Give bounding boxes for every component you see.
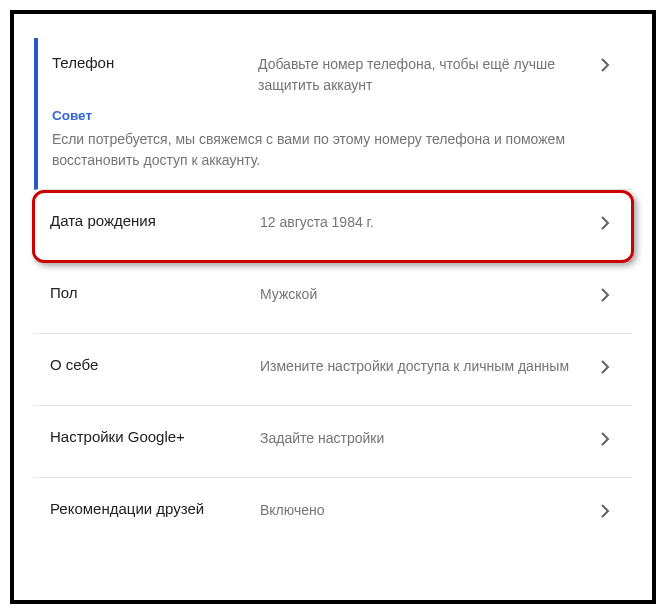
phone-desc: Добавьте номер телефона, чтобы ещё лучше… [258, 52, 596, 96]
friends-row[interactable]: Рекомендации друзей Включено [34, 478, 632, 550]
gender-title: Пол [50, 282, 260, 301]
settings-list: Телефон Добавьте номер телефона, чтобы е… [34, 38, 632, 550]
phone-title: Телефон [52, 52, 258, 71]
tip-label: Совет [52, 108, 614, 123]
chevron-right-icon [596, 498, 614, 518]
chevron-right-icon [596, 282, 614, 302]
about-title: О себе [50, 354, 260, 373]
chevron-right-icon [596, 210, 614, 230]
gplus-title: Настройки Google+ [50, 426, 260, 445]
gplus-value: Задайте настройки [260, 426, 596, 449]
phone-row-top: Телефон Добавьте номер телефона, чтобы е… [52, 52, 614, 96]
tip-text: Если потребуется, мы свяжемся с вами по … [52, 129, 614, 171]
birthday-title: Дата рождения [50, 210, 260, 229]
birthday-value: 12 августа 1984 г. [260, 210, 596, 233]
phone-row[interactable]: Телефон Добавьте номер телефона, чтобы е… [34, 38, 632, 190]
gplus-row[interactable]: Настройки Google+ Задайте настройки [34, 406, 632, 478]
chevron-right-icon [596, 52, 614, 72]
gender-row[interactable]: Пол Мужской [34, 262, 632, 334]
settings-panel: Телефон Добавьте номер телефона, чтобы е… [10, 10, 656, 604]
about-row[interactable]: О себе Измените настройки доступа к личн… [34, 334, 632, 406]
birthday-row[interactable]: Дата рождения 12 августа 1984 г. [34, 190, 632, 262]
chevron-right-icon [596, 426, 614, 446]
chevron-right-icon [596, 354, 614, 374]
friends-title: Рекомендации друзей [50, 498, 260, 517]
gender-value: Мужской [260, 282, 596, 305]
about-value: Измените настройки доступа к личным данн… [260, 354, 596, 377]
friends-value: Включено [260, 498, 596, 521]
